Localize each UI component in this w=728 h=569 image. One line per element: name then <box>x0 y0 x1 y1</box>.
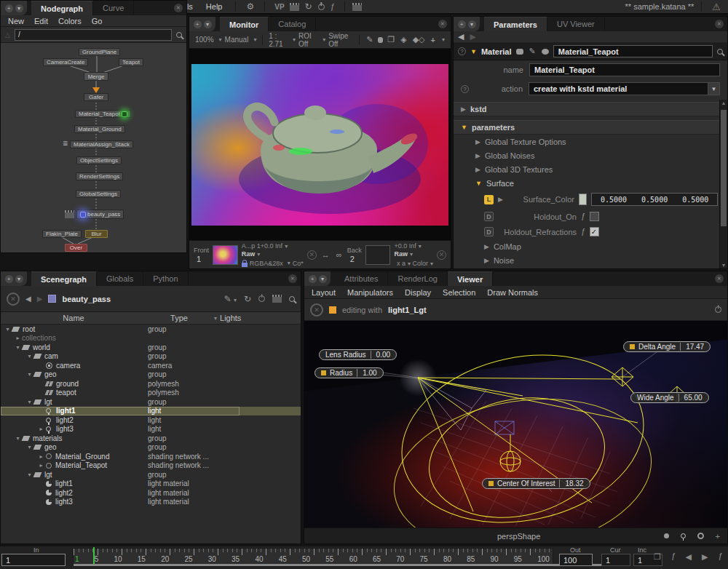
section-noise[interactable]: ▶ Noise <box>454 253 727 267</box>
lens-radius-value[interactable]: 0.00 <box>371 351 390 359</box>
back-exposure[interactable]: +0.0 <box>394 242 407 250</box>
pane-split-controls[interactable]: + ▾ <box>1 1 27 15</box>
section-surface[interactable]: ▼ Surface <box>454 176 727 190</box>
render-icon[interactable] <box>272 297 282 303</box>
nodegraph-menu-item[interactable]: Go <box>92 17 103 25</box>
back-thumbnail[interactable] <box>365 245 391 265</box>
name-input[interactable]: Material_Teapot <box>529 63 720 76</box>
front-thumbnail[interactable] <box>213 245 238 265</box>
tab-monitor[interactable]: Monitor <box>220 17 269 31</box>
back-channels[interactable]: x a <box>397 260 405 267</box>
working-node-name[interactable]: beauty_pass <box>62 295 111 303</box>
frame-number[interactable]: 1 <box>75 555 79 563</box>
link-buffers-icon[interactable]: ∞ <box>335 250 344 259</box>
column-name[interactable]: Name <box>1 314 146 322</box>
center-of-interest-handle[interactable]: Center Of Interest 18.32 <box>482 478 590 489</box>
node-teapot[interactable]: Teapot <box>119 58 143 66</box>
node-rendersettings[interactable]: RenderSettings <box>76 172 123 180</box>
action-dropdown[interactable]: create with kstd material ▼ <box>529 82 720 95</box>
tab-scenegraph[interactable]: Scenegraph <box>31 271 97 286</box>
tab-uv-viewer[interactable]: UV Viewer <box>547 17 605 31</box>
tab-renderlog[interactable]: RenderLog <box>388 271 447 286</box>
expander-icon[interactable]: ▼ <box>475 180 482 187</box>
close-icon[interactable]: ✕ <box>438 20 447 28</box>
copy-icon[interactable]: ❐ <box>654 552 661 562</box>
search-icon[interactable] <box>176 32 182 38</box>
key2-icon[interactable]: ƒ <box>718 552 722 562</box>
back-icon[interactable]: ◀ <box>458 32 464 41</box>
render-icon[interactable] <box>290 5 299 11</box>
frame-number[interactable]: 10 <box>114 555 122 563</box>
close-icon[interactable]: ✕ <box>174 4 183 12</box>
liveupdate-icon[interactable] <box>258 295 265 302</box>
tab-globals[interactable]: Globals <box>97 271 143 286</box>
tab-attributes[interactable]: Attributes <box>335 271 388 286</box>
back-inf[interactable]: Inf <box>409 242 416 250</box>
key-icon[interactable]: ƒ <box>671 552 676 562</box>
warning-icon[interactable]: ⚠ <box>709 1 724 12</box>
pen-icon[interactable]: ✎▾ <box>224 294 237 304</box>
lens-radius-handle[interactable]: Lens Radius 0.00 <box>319 349 397 360</box>
tree-row-world[interactable]: ▾worldgroup <box>1 343 301 352</box>
holdout-refractions-checkbox[interactable]: ✓ <box>590 227 599 236</box>
node-material-teapot[interactable]: Material_Teapot <box>75 110 131 118</box>
frame-number[interactable]: 50 <box>302 555 310 563</box>
frame-number[interactable]: 65 <box>373 555 381 563</box>
comment-icon[interactable] <box>378 37 384 43</box>
tab-nodegraph[interactable]: Nodegraph <box>31 1 93 15</box>
column-lights[interactable]: ▾ Lights <box>212 314 241 322</box>
tree-row-lightmat1[interactable]: light1light material <box>1 480 301 489</box>
nodegraph-menu-item[interactable]: Edit <box>34 17 48 25</box>
swipe-toggle[interactable]: Swipe Off <box>328 32 352 48</box>
expander-icon[interactable]: ▶ <box>475 138 480 146</box>
lock-icon[interactable] <box>242 263 248 267</box>
close-icon[interactable]: ✕ <box>715 274 724 283</box>
pane-split-controls[interactable]: + ▾ <box>304 271 331 286</box>
keyframe-icon[interactable]: ƒ <box>581 228 585 236</box>
section-global-noises[interactable]: ▶ Global Noises <box>454 148 727 162</box>
expander-icon[interactable]: ▼ <box>461 124 467 131</box>
node-groundplane[interactable]: GroundPlane <box>79 48 120 56</box>
expander-icon[interactable]: ▶ <box>475 166 480 173</box>
tab-catalog[interactable]: Catalog <box>269 17 316 31</box>
help-icon[interactable]: ? <box>461 85 469 93</box>
dropdown-arrow-icon[interactable]: ▼ <box>708 83 719 95</box>
node-blur[interactable]: Blur <box>85 230 108 238</box>
expander-icon[interactable]: ▶ <box>484 257 489 264</box>
frame-number[interactable]: 60 <box>349 555 357 563</box>
out-field[interactable]: 100 <box>559 554 593 566</box>
forward-icon[interactable]: ▶ <box>470 32 475 41</box>
clear-back-icon[interactable]: ✕ <box>437 250 446 260</box>
scroll-up-icon[interactable]: ▲ <box>720 100 727 106</box>
frame-number[interactable]: 20 <box>161 555 169 563</box>
timeline-scrollbar[interactable] <box>74 564 605 566</box>
pane-menu-icon[interactable]: ▾ <box>468 20 476 28</box>
tree-row-camera[interactable]: cameracamera <box>1 361 301 370</box>
pane-add-icon[interactable]: + <box>309 275 317 283</box>
collapse-icon[interactable]: ▼ <box>470 48 477 55</box>
display-mode-icon[interactable] <box>664 533 669 538</box>
viewer-viewport[interactable]: Lens Radius 0.00 Radius 1.00 Delta Angle… <box>304 321 727 528</box>
edit-flag-icon[interactable] <box>122 111 127 117</box>
node-materialassign-stack[interactable]: MaterialAssign_Stack <box>70 140 133 148</box>
frame-number[interactable]: 55 <box>325 555 333 563</box>
node-globalsettings[interactable]: GlobalSettings <box>76 190 121 198</box>
clear-edit-icon[interactable]: ✕ <box>310 303 323 317</box>
pane-split-controls[interactable]: + ▾ <box>454 17 480 31</box>
front-channels[interactable]: RGBA&28x <box>250 260 283 267</box>
monitor-canvas[interactable] <box>189 49 451 240</box>
tree-row-lightmat2[interactable]: light2light material <box>1 488 301 498</box>
frame-number[interactable]: 80 <box>443 555 451 563</box>
menubar-item[interactable]: Help <box>200 2 229 11</box>
vp-label[interactable]: VP <box>272 3 286 11</box>
expander-icon[interactable]: ▶ <box>498 196 503 203</box>
section-global-3d-textures[interactable]: ▶ Global 3D Textures <box>454 162 727 176</box>
step-forward-icon[interactable]: ▶ <box>702 552 708 562</box>
frame-number[interactable]: 100 <box>537 555 550 563</box>
tree-row-root[interactable]: ▾rootgroup <box>1 325 301 334</box>
section-parameters[interactable]: ▼ parameters <box>454 120 727 135</box>
viewer-menu-item[interactable]: Draw Normals <box>487 288 538 297</box>
radius-handle[interactable]: Radius 1.00 <box>314 367 384 378</box>
front-inf[interactable]: Inf <box>275 242 282 250</box>
color-r[interactable]: 0.5000 <box>601 196 627 204</box>
